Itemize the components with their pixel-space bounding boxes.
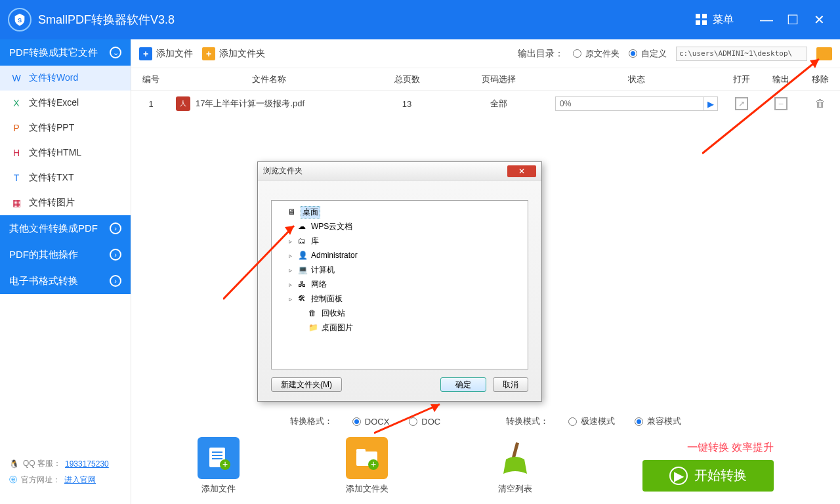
toolbar: +添加文件 +添加文件夹 输出目录： 原文件夹 自定义 — [131, 39, 840, 68]
sidebar-item-ppt[interactable]: P文件转PPT — [0, 116, 131, 140]
big-add-file-button[interactable]: + 添加文件 — [198, 437, 240, 495]
start-area: 一键转换 效率提升 ▶ 开始转换 — [642, 441, 774, 492]
minimize-button[interactable]: — — [753, 12, 780, 28]
user-icon: 👤 — [298, 251, 308, 260]
chevron-right-icon: › — [110, 249, 121, 261]
ppt-icon: P — [10, 122, 22, 134]
big-button-label: 清空列表 — [498, 483, 532, 495]
maximize-button[interactable]: ☐ — [780, 12, 806, 28]
add-file-button[interactable]: +添加文件 — [139, 47, 193, 60]
browse-folder-button[interactable] — [816, 47, 832, 60]
sidebar-item-label: 文件转Word — [29, 72, 78, 84]
desktop-icon: 🖥 — [287, 207, 298, 217]
open-button[interactable]: ↗ — [735, 97, 748, 110]
svg-rect-3 — [696, 20, 700, 25]
radio-doc[interactable]: DOC — [409, 417, 440, 427]
tree-item-control-panel[interactable]: ▹🛠控制面板 — [276, 291, 524, 306]
tree-label: 桌面 — [301, 206, 320, 219]
sidebar: PDF转换成其它文件 ⌄ W文件转Word X文件转Excel P文件转PPT … — [0, 39, 131, 504]
computer-icon: 💻 — [298, 265, 308, 274]
ok-button[interactable]: 确定 — [440, 377, 486, 392]
library-icon: 🗂 — [298, 236, 308, 245]
network-icon: 🖧 — [298, 280, 308, 289]
start-convert-button[interactable]: ▶ 开始转换 — [642, 460, 774, 492]
tree-item-computer[interactable]: ▹💻计算机 — [276, 262, 524, 277]
tree-label: 回收站 — [322, 308, 345, 319]
add-folder-label: 添加文件夹 — [219, 48, 265, 60]
site-label: 官方网址： — [21, 474, 60, 486]
site-link[interactable]: 进入官网 — [64, 474, 96, 486]
tree-item-wps[interactable]: ☁WPS云文档 — [276, 219, 524, 234]
dialog-titlebar[interactable]: 浏览文件夹 ✕ — [258, 162, 541, 180]
qq-label: QQ 客服： — [23, 458, 61, 469]
radio-fast[interactable]: 极速模式 — [568, 415, 615, 427]
folder-icon: 📁 — [308, 323, 319, 332]
tree-label: 计算机 — [311, 264, 335, 276]
sidebar-item-image[interactable]: ▦文件转图片 — [0, 190, 131, 215]
tree-label: WPS云文档 — [311, 221, 352, 232]
folder-tree[interactable]: 🖥桌面 ☁WPS云文档 ▹🗂库 ▹👤Administrator ▹💻计算机 ▹🖧… — [271, 200, 528, 369]
radio-icon — [352, 417, 361, 426]
qq-link[interactable]: 1933175230 — [65, 459, 109, 469]
output-label: 输出目录： — [518, 48, 564, 60]
radio-docx[interactable]: DOCX — [352, 417, 390, 427]
qq-icon: 🐧 — [9, 459, 19, 469]
pdf-icon: 人 — [176, 96, 190, 111]
remove-button[interactable]: 🗑 — [814, 97, 827, 110]
tree-item-network[interactable]: ▹🖧网络 — [276, 277, 524, 291]
filename-text: 17年上半年计算一级报考.pdf — [196, 98, 304, 110]
sidebar-section-label: PDF的其他操作 — [9, 249, 78, 261]
sidebar-section-other-to-pdf[interactable]: 其他文件转换成PDF› — [0, 215, 131, 242]
cancel-button[interactable]: 取消 — [493, 377, 528, 392]
radio-compat[interactable]: 兼容模式 — [635, 415, 681, 427]
dialog-close-button[interactable]: ✕ — [507, 165, 536, 177]
svg-text:+: + — [371, 459, 376, 469]
progress-text: 0% — [556, 99, 703, 108]
word-icon: W — [10, 72, 22, 84]
svg-rect-8 — [212, 458, 222, 459]
radio-label: 极速模式 — [581, 415, 615, 427]
big-clear-button[interactable]: 清空列表 — [494, 437, 536, 495]
tree-label: 控制面板 — [311, 293, 343, 304]
sidebar-item-word[interactable]: W文件转Word — [0, 66, 131, 91]
sidebar-item-excel[interactable]: X文件转Excel — [0, 91, 131, 116]
sidebar-section-label: 其他文件转换成PDF — [9, 222, 98, 235]
cell-range[interactable]: 全部 — [446, 98, 551, 110]
tree-item-library[interactable]: ▹🗂库 — [276, 234, 524, 248]
sidebar-item-txt[interactable]: T文件转TXT — [0, 165, 131, 190]
sidebar-section-pdf-other[interactable]: PDF的其他操作› — [0, 242, 131, 268]
tree-item-recycle[interactable]: 🗑回收站 — [276, 306, 524, 320]
sidebar-item-label: 文件转PPT — [29, 122, 74, 134]
sidebar-item-html[interactable]: H文件转HTML — [0, 140, 131, 165]
tree-item-admin[interactable]: ▹👤Administrator — [276, 248, 524, 262]
tree-item-desktop-pics[interactable]: 📁桌面图片 — [276, 320, 524, 335]
radio-original[interactable]: 原文件夹 — [573, 48, 620, 60]
sidebar-header[interactable]: PDF转换成其它文件 ⌄ — [0, 39, 131, 66]
ie-icon: ⓔ — [9, 474, 17, 486]
output-button[interactable]: – — [774, 97, 788, 110]
sidebar-section-ebook[interactable]: 电子书格式转换› — [0, 268, 131, 294]
big-add-folder-button[interactable]: + 添加文件夹 — [346, 437, 388, 495]
new-folder-button[interactable]: 新建文件夹(M) — [271, 377, 342, 392]
titlebar: S SmallPDF转换器软件V3.8 菜单 — ☐ ✕ — [0, 0, 840, 39]
dialog-title: 浏览文件夹 — [263, 165, 507, 177]
radio-icon — [409, 417, 417, 426]
menu-button[interactable]: 菜单 — [696, 13, 734, 27]
add-folder-button[interactable]: +添加文件夹 — [202, 47, 265, 60]
browse-folder-dialog: 浏览文件夹 ✕ 🖥桌面 ☁WPS云文档 ▹🗂库 ▹👤Administrator … — [257, 161, 542, 402]
html-icon: H — [10, 147, 22, 159]
play-icon[interactable]: ▶ — [703, 97, 717, 110]
progress-bar[interactable]: 0%▶ — [555, 96, 718, 111]
play-circle-icon: ▶ — [669, 467, 688, 485]
tree-item-desktop[interactable]: 🖥桌面 — [276, 205, 524, 219]
svg-rect-4 — [702, 20, 707, 25]
radio-custom[interactable]: 自定义 — [629, 48, 667, 60]
col-remove: 移除 — [801, 74, 840, 85]
cell-num: 1 — [131, 99, 171, 109]
col-output: 输出 — [761, 74, 801, 85]
close-button[interactable]: ✕ — [806, 12, 832, 28]
output-path-input[interactable] — [676, 47, 807, 61]
sidebar-header-label: PDF转换成其它文件 — [9, 47, 98, 59]
radio-icon — [629, 49, 637, 58]
tree-label: Administrator — [311, 251, 358, 260]
